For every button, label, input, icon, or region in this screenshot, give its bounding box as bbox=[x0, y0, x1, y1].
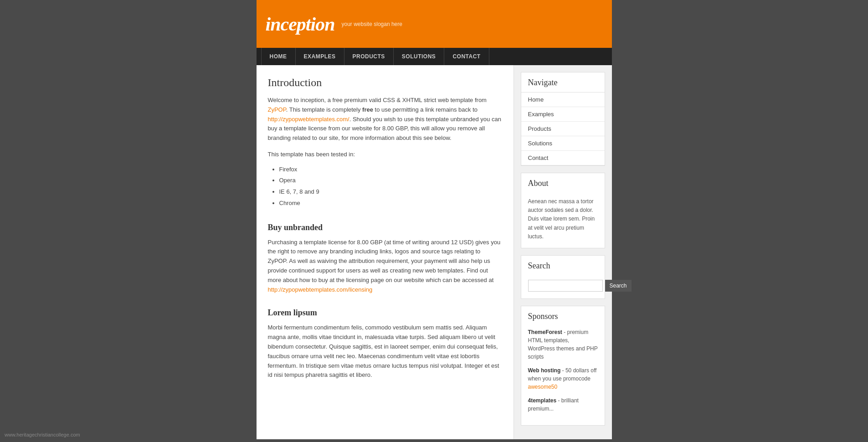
sponsor-themeforest-link[interactable]: ThemeForest bbox=[528, 329, 562, 335]
watermark-text: www.heritagechristiancollege.com bbox=[5, 432, 80, 437]
nav-contact[interactable]: CONTACT bbox=[444, 48, 489, 65]
sponsor-webhosting: Web hosting - 50 dollars off when you us… bbox=[528, 366, 598, 391]
content-wrapper: Introduction Welcome to inception, a fre… bbox=[257, 65, 612, 439]
footer-watermark: www.heritagechristiancollege.com bbox=[5, 432, 80, 437]
intro-heading: Introduction bbox=[268, 77, 502, 89]
sponsor-webhosting-link[interactable]: Web hosting bbox=[528, 367, 561, 374]
sidebar-nav-solutions[interactable]: Solutions bbox=[521, 136, 605, 151]
sidebar-nav-list: Home Examples Products Solutions Contact bbox=[521, 92, 605, 165]
nav-examples[interactable]: EXAMPLES bbox=[296, 48, 344, 65]
search-button[interactable]: Search bbox=[605, 280, 632, 292]
sponsor-4templates-link[interactable]: 4templates bbox=[528, 397, 557, 404]
nav-products[interactable]: PRODUCTS bbox=[344, 48, 394, 65]
nav-solutions[interactable]: SOLUTIONS bbox=[394, 48, 445, 65]
tested-item-2: Opera bbox=[279, 175, 502, 186]
sidebar-nav-products-link[interactable]: Products bbox=[521, 122, 605, 136]
sponsors-list: ThemeForest - premium HTML templates, Wo… bbox=[521, 326, 605, 425]
about-text: Aenean nec massa a tortor auctor sodales… bbox=[521, 193, 605, 248]
intro-text-before: Welcome to inception, a free premium val… bbox=[268, 97, 487, 103]
navigate-widget: Navigate Home Examples Products Solution… bbox=[521, 72, 605, 166]
buy-link[interactable]: http://zypopwebtemplates.com/licensing bbox=[268, 286, 373, 293]
intro-bold: free bbox=[362, 106, 373, 113]
tested-item-3: IE 6, 7, 8 and 9 bbox=[279, 186, 502, 198]
site-title: inception bbox=[266, 13, 335, 35]
tested-label: This template has been tested in: bbox=[268, 150, 502, 159]
lorem-paragraph: Morbi fermentum condimentum felis, commo… bbox=[268, 323, 502, 380]
sponsor-promo-code: awesome50 bbox=[528, 384, 558, 390]
sponsor-themeforest: ThemeForest - premium HTML templates, Wo… bbox=[528, 328, 598, 361]
nav-home[interactable]: HOME bbox=[261, 48, 296, 65]
buy-paragraph: Purchasing a template license for 8.00 G… bbox=[268, 238, 502, 295]
tested-item-1: Firefox bbox=[279, 164, 502, 175]
navigate-heading: Navigate bbox=[521, 72, 605, 92]
sidebar-nav-home[interactable]: Home bbox=[521, 93, 605, 107]
intro-link2[interactable]: http://zypopwebtemplates.com/ bbox=[268, 116, 349, 123]
tested-item-4: Chrome bbox=[279, 198, 502, 209]
sidebar-nav-examples[interactable]: Examples bbox=[521, 107, 605, 122]
main-nav: HOME EXAMPLES PRODUCTS SOLUTIONS CONTACT bbox=[257, 48, 612, 65]
sidebar-nav-home-link[interactable]: Home bbox=[521, 93, 605, 107]
zypop-link[interactable]: ZyPOP bbox=[268, 106, 286, 113]
tested-list: Firefox Opera IE 6, 7, 8 and 9 Chrome bbox=[279, 164, 502, 209]
sidebar-nav-contact-link[interactable]: Contact bbox=[521, 151, 605, 165]
sidebar-nav-products[interactable]: Products bbox=[521, 122, 605, 136]
intro-text-end: to use permitting a link remains back to bbox=[373, 106, 478, 113]
outer-wrapper: inception your website slogan here HOME … bbox=[257, 0, 612, 439]
search-row: Search bbox=[528, 280, 598, 292]
sidebar: Navigate Home Examples Products Solution… bbox=[514, 65, 612, 439]
search-heading: Search bbox=[521, 256, 605, 275]
buy-heading: Buy unbranded bbox=[268, 223, 502, 232]
search-area: Search bbox=[521, 275, 605, 298]
main-content: Introduction Welcome to inception, a fre… bbox=[257, 65, 514, 439]
sponsors-widget: Sponsors ThemeForest - premium HTML temp… bbox=[521, 306, 605, 426]
site-header: inception your website slogan here bbox=[257, 0, 612, 48]
sponsor-4templates: 4templates - brilliant premium... bbox=[528, 396, 598, 413]
lorem-heading: Lorem lipsum bbox=[268, 308, 502, 318]
sidebar-nav-solutions-link[interactable]: Solutions bbox=[521, 136, 605, 150]
sidebar-nav-contact[interactable]: Contact bbox=[521, 151, 605, 165]
search-widget: Search Search bbox=[521, 255, 605, 299]
search-input[interactable] bbox=[528, 280, 603, 292]
site-slogan: your website slogan here bbox=[342, 21, 402, 27]
about-widget: About Aenean nec massa a tortor auctor s… bbox=[521, 173, 605, 248]
intro-paragraph-1: Welcome to inception, a free premium val… bbox=[268, 96, 502, 143]
about-heading: About bbox=[521, 173, 605, 193]
sponsors-heading: Sponsors bbox=[521, 306, 605, 326]
intro-text-after: . This template is completely bbox=[286, 106, 362, 113]
buy-text: Purchasing a template license for 8.00 G… bbox=[268, 239, 501, 283]
sidebar-nav-examples-link[interactable]: Examples bbox=[521, 107, 605, 121]
